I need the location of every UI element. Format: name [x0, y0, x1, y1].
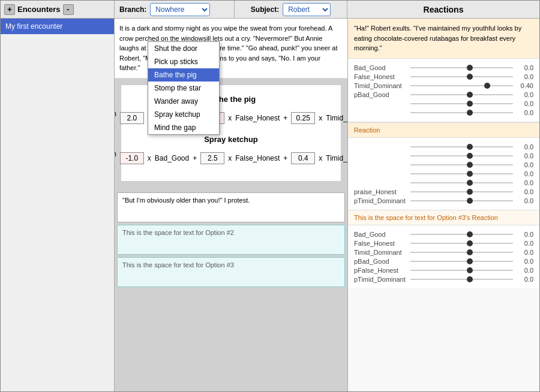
formula1-var2: False_Honest: [235, 114, 280, 122]
formula2-x1: x: [148, 154, 151, 162]
reaction-slider-value-1: 0.0: [515, 143, 533, 150]
dropdown-item-mind-gap[interactable]: Mind the gap: [148, 121, 219, 134]
reaction-slider-value-ptimid-dominant: 0.0: [515, 197, 533, 204]
reaction-slider-row-5: 0.0: [354, 179, 533, 186]
slider-track-pbad-good[interactable]: [410, 94, 513, 95]
branch-select[interactable]: Nowhere: [150, 3, 210, 16]
option3-slider-label-bad-good: Bad_Good: [354, 231, 408, 238]
reaction-slider-track-praise-honest[interactable]: [410, 191, 513, 192]
subject-select[interactable]: Robert: [283, 3, 331, 16]
formula2-coeff1[interactable]: -1.0: [120, 152, 144, 164]
reaction-slider-track-3[interactable]: [410, 164, 513, 165]
formula2-x2: x: [228, 154, 232, 162]
slider-track-false-honest[interactable]: [410, 76, 513, 77]
slider-value-5: 0.0: [515, 100, 533, 107]
slider-track-timid-dominant[interactable]: [410, 85, 513, 86]
branch-label: Branch:: [119, 5, 146, 14]
option3-slider-track-bad-good[interactable]: [410, 234, 513, 235]
formula1-var3: Timid_Dominant: [326, 114, 347, 122]
slider-label-pbad-good: pBad_Good: [354, 91, 408, 98]
reaction-slider-label-ptimid-dominant: pTimid_Dominant: [354, 197, 408, 204]
reaction-option-label: Reaction: [348, 122, 539, 138]
remove-encounter-button[interactable]: -: [63, 4, 74, 15]
branch-section: Branch: Nowhere: [115, 1, 235, 18]
option1-text[interactable]: "But I'm obviously older than you!" I pr…: [117, 192, 345, 222]
formula1-plus2: +: [283, 114, 287, 122]
reaction-slider-row-4: 0.0: [354, 170, 533, 177]
reaction-slider-row-2: 0.0: [354, 152, 533, 159]
reaction-slider-track-4[interactable]: [410, 173, 513, 174]
dropdown-item-spray-ketchup[interactable]: Spray ketchup: [148, 108, 219, 121]
slider-row-timid-dominant: Timid_Dominant 0.40: [354, 82, 533, 89]
option3-slider-track-pfalse-honest[interactable]: [410, 270, 513, 271]
option3-slider-false-honest: False_Honest 0.0: [354, 240, 533, 247]
option3-slider-value-bad-good: 0.0: [515, 231, 533, 238]
option2-text[interactable]: This is the space for text for Option #2: [117, 225, 345, 255]
reaction-slider-track-5[interactable]: [410, 182, 513, 183]
reaction-quote: "Ha!" Robert exults. "I've maintained my…: [348, 19, 539, 59]
reactions-panel: "Ha!" Robert exults. "I've maintained my…: [347, 19, 539, 391]
options-area: "But I'm obviously older than you!" I pr…: [115, 188, 347, 392]
option3-slider-track-timid-dominant[interactable]: [410, 252, 513, 253]
reaction-option-sliders: 0.0 0.0 0.0 0.0: [348, 138, 539, 210]
dropdown-item-shut-door[interactable]: Shut the door: [148, 42, 219, 55]
option3-slider-value-pbad-good: 0.0: [515, 258, 533, 265]
option3-slider-label-ptimid-dominant: pTimid_Dominant: [354, 276, 408, 283]
option3-slider-label-timid-dominant: Timid_Dominant: [354, 249, 408, 256]
formula2-var3: Timid_Dominant: [326, 154, 347, 162]
option3-reaction-label: This is the space for text for Option #3…: [348, 210, 539, 225]
reaction-slider-value-4: 0.0: [515, 170, 533, 177]
option3-slider-value-timid-dominant: 0.0: [515, 249, 533, 256]
slider-row-5: 0.0: [354, 100, 533, 107]
formula2-plus2: +: [283, 154, 287, 162]
formula2-var2: False_Honest: [235, 154, 280, 162]
reaction-slider-value-praise-honest: 0.0: [515, 188, 533, 195]
main-area: My first encounter It is a dark and stor…: [1, 19, 539, 391]
slider-track-bad-good[interactable]: [410, 67, 513, 68]
formula2-title: Spray ketchup: [131, 135, 331, 144]
middle-panel: It is a dark and stormy night as you wip…: [115, 19, 347, 391]
dropdown-item-wander-away[interactable]: Wander away: [148, 95, 219, 108]
option3-slider-ptimid-dominant: pTimid_Dominant 0.0: [354, 276, 533, 283]
reaction-slider-row-3: 0.0: [354, 161, 533, 168]
reactions-header-section: Reactions: [347, 1, 539, 18]
formula1-inclination-label: Inclination =: [115, 110, 116, 126]
option3-slider-track-ptimid-dominant[interactable]: [410, 279, 513, 280]
encounter-item[interactable]: My first encounter: [1, 19, 114, 34]
slider-value-timid-dominant: 0.40: [515, 82, 533, 89]
formula1-coeff3[interactable]: 0.25: [291, 112, 315, 124]
formula1-coeff1[interactable]: 2.0: [120, 112, 144, 124]
subject-label: Subject:: [251, 5, 279, 14]
slider-row-false-honest: False_Honest 0.0: [354, 73, 533, 80]
option3-slider-label-false-honest: False_Honest: [354, 240, 408, 247]
dropdown-item-pick-sticks[interactable]: Pick up sticks: [148, 55, 219, 68]
formula2-row: Inclination = -1.0 x Bad_Good + 2.5 x Fa…: [131, 150, 331, 167]
slider-label-bad-good: Bad_Good: [354, 64, 408, 71]
reaction-slider-track-ptimid-dominant[interactable]: [410, 200, 513, 201]
slider-value-false-honest: 0.0: [515, 73, 533, 80]
reaction-slider-value-3: 0.0: [515, 161, 533, 168]
dropdown-item-bathe-pig[interactable]: Bathe the pig: [148, 68, 219, 82]
formula2-coeff3[interactable]: 0.4: [291, 152, 315, 164]
slider-track-5[interactable]: [410, 103, 513, 104]
option3-slider-label-pfalse-honest: pFalse_Honest: [354, 267, 408, 274]
option3-slider-track-false-honest[interactable]: [410, 243, 513, 244]
slider-value-pbad-good: 0.0: [515, 91, 533, 98]
slider-track-6[interactable]: [410, 112, 513, 113]
option3-slider-track-pbad-good[interactable]: [410, 261, 513, 262]
action-dropdown: Shut the door Pick up sticks Bathe the p…: [148, 41, 220, 135]
option3-text[interactable]: This is the space for text for Option #3: [117, 257, 345, 287]
formula2-plus1: +: [193, 154, 197, 162]
reaction-slider-track-2[interactable]: [410, 155, 513, 156]
option3-slider-timid-dominant: Timid_Dominant 0.0: [354, 249, 533, 256]
top-bar: + Encounters - Branch: Nowhere Subject: …: [1, 1, 539, 19]
reaction-slider-track-1[interactable]: [410, 146, 513, 147]
dropdown-item-stomp-star[interactable]: Stomp the star: [148, 82, 219, 95]
option3-slider-label-pbad-good: pBad_Good: [354, 258, 408, 265]
formula2-coeff2[interactable]: 2.5: [200, 152, 224, 164]
encounters-list: My first encounter: [1, 19, 115, 391]
encounters-section: + Encounters -: [1, 1, 115, 18]
option3-slider-value-ptimid-dominant: 0.0: [515, 276, 533, 283]
add-encounter-button[interactable]: +: [4, 4, 15, 15]
slider-row-pbad-good: pBad_Good 0.0: [354, 91, 533, 98]
